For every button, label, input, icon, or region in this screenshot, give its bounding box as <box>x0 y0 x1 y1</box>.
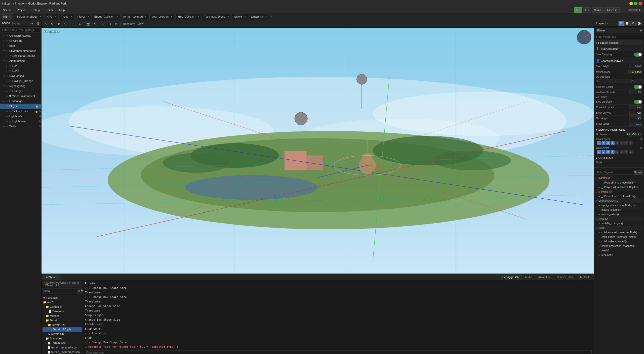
inspector-tab-node[interactable]: 📋 <box>624 21 630 26</box>
fs-item-terrain-textured2-tscn[interactable]: 📄 terrain_textured_2.tscn <box>43 350 82 354</box>
fs-search-button[interactable]: 🔍 <box>81 289 83 293</box>
more-options-button[interactable]: ⋮ <box>587 21 593 27</box>
close-tab-terrain-textured[interactable]: ✕ <box>145 15 147 18</box>
stair-stepping-toggle[interactable] <box>634 53 642 57</box>
fs-search-clear[interactable]: ✕ <box>78 289 80 293</box>
mode-2d-button[interactable]: 2D <box>583 7 591 13</box>
groups-button[interactable]: Groups <box>634 170 642 175</box>
add-node-button[interactable]: + <box>31 21 33 25</box>
tree-item-lbmanager[interactable]: ▸ ○ LbManager <box>0 99 41 104</box>
floor-layer-7[interactable]: 7 <box>624 141 628 145</box>
character-body3d-header[interactable]: 👤 CharacterBody3D <box>595 58 643 63</box>
up-direction-y[interactable] <box>634 79 644 83</box>
floor-layer-1[interactable]: 1 <box>597 141 601 145</box>
scene-tab-terrain-r3[interactable]: terrain_r3 ✕ <box>249 14 269 20</box>
on-leave-value[interactable]: Add Velocity <box>626 132 642 136</box>
fs-item-terrain-cs[interactable]: 📄 Terrain.cs <box>43 309 82 314</box>
close-tab-player[interactable]: ✕ <box>87 15 89 18</box>
tree-item-dirlight[interactable]: ▸ ☀ DirectionalLight3D <box>0 53 41 58</box>
menu-debug[interactable]: Debug <box>30 8 41 12</box>
add-scene-tab[interactable]: + <box>271 15 272 18</box>
fs-search-input[interactable] <box>44 289 77 293</box>
tree-item-red1[interactable]: ▸ ☀ Red1 <box>0 63 41 68</box>
scene-panel-tab-import[interactable]: Import <box>12 22 20 25</box>
inspector-tab-signals[interactable]: 📡 <box>636 21 642 26</box>
fs-item-favorites[interactable]: ★ Favorites: <box>43 295 82 300</box>
block-on-wall-value[interactable]: On <box>629 111 642 115</box>
mode-script-button[interactable]: Script <box>592 7 603 13</box>
minimize-button[interactable] <box>629 2 633 5</box>
wall-layer-3[interactable]: 3 <box>606 150 610 154</box>
wall-layer-2[interactable]: 2 <box>601 150 606 154</box>
fs-item-scenarios[interactable]: 📁 Scenarios <box>43 336 82 341</box>
close-tab-npc[interactable]: ✕ <box>54 15 56 18</box>
audio-tab[interactable]: Audio <box>522 274 535 280</box>
wall-layer-6[interactable]: 6 <box>620 150 624 154</box>
floor-layer-5[interactable]: 5 <box>615 141 619 145</box>
fs-item-terrain-folder[interactable]: 📁 Terrain <box>43 318 82 323</box>
tool-rotate[interactable]: ↻ <box>56 21 62 27</box>
tree-item-daylighting[interactable]: ▾ ○ DayLighting <box>0 73 41 78</box>
close-button[interactable] <box>638 2 642 5</box>
animation-tab[interactable]: Animation <box>535 274 554 280</box>
tool-use-local[interactable]: L <box>70 21 76 27</box>
filter-signals-input[interactable] <box>596 170 633 175</box>
mode-3d-button[interactable]: 3D <box>574 7 582 13</box>
fs-item-terrain-textured-tscn[interactable]: 📄 terrain_textured.tscn <box>43 345 82 350</box>
fs-item-res[interactable]: 📁 res:// <box>43 300 82 304</box>
instance-scene-button[interactable]: ⛓ <box>36 22 39 25</box>
inspector-tab-properties[interactable]: 🔍 <box>618 21 624 26</box>
stair-character-header[interactable]: 🚶 StairCharacter <box>595 46 643 51</box>
floor-layers-reset-icon[interactable]: ↺ <box>640 138 642 141</box>
close-tab-tree-collision[interactable]: ✕ <box>197 15 199 18</box>
snap-length-value[interactable]: 0.01 <box>629 122 642 126</box>
close-tab-init[interactable]: ✕ <box>9 15 11 18</box>
wall-layer-1[interactable]: 1 <box>597 150 601 154</box>
scene-tab-trees[interactable]: Trees ✕ <box>59 14 75 20</box>
3d-viewport[interactable]: X Y Z Perspective <box>42 28 594 274</box>
tree-item-collisionshape3d[interactable]: ▸ ○ CollisionShape3D <box>0 33 41 38</box>
scene-tab-boat[interactable]: boat_collision ✕ <box>149 14 175 20</box>
motion-mode-value[interactable]: Grounded <box>628 70 642 74</box>
floor-layer-4[interactable]: 4 <box>611 141 615 145</box>
tree-item-lighthouse-parent[interactable]: ▾ ○ Lighthouse 👁 <box>0 114 41 119</box>
scene-tab-terrain-textured[interactable]: terrain_textured ✕ <box>121 14 149 20</box>
up-direction-x[interactable] <box>599 79 632 83</box>
tree-item-envmanager[interactable]: ▾ ○ EnvironmentManager <box>0 48 41 53</box>
fs-item-terrain-tscn[interactable]: 📄 Terrain.tscn <box>43 341 82 345</box>
close-tab-terrain-r3[interactable]: ✕ <box>265 15 267 18</box>
tree-item-lighthouse-child[interactable]: ▸ ○ Lighthouse 👁 <box>0 119 41 124</box>
tree-item-walls[interactable]: ▸ ○ Walls 👁 <box>0 124 41 129</box>
close-tab-boat[interactable]: ✕ <box>171 15 173 18</box>
wall-min-slide-value[interactable]: 15 <box>629 91 642 94</box>
tool-snap[interactable]: ⊕ <box>77 21 83 27</box>
filter-messages-input[interactable] <box>85 350 592 354</box>
filesystem-tab[interactable]: FileSystem <box>42 274 61 280</box>
floor-layer-3[interactable]: 3 <box>606 141 610 145</box>
tool-grid[interactable]: ⊞ <box>100 21 106 27</box>
wall-layer-4[interactable]: 4 <box>611 150 615 154</box>
scene-panel-tab-scene[interactable]: Scene <box>2 21 10 25</box>
inspector-node-selector[interactable]: Player <box>595 28 643 33</box>
window-controls[interactable] <box>629 2 642 5</box>
close-tab-shield[interactable]: ✕ <box>244 15 246 18</box>
tree-item-npcpaths[interactable]: ▸ ○ NPCPaths <box>0 38 41 43</box>
inspector-tab-history[interactable]: ⚙ <box>630 21 636 26</box>
tool-scale[interactable]: ⤡ <box>62 21 68 27</box>
close-tab-bridge[interactable]: ✕ <box>116 15 118 18</box>
fs-item-terrain-r3-folder[interactable]: 📁 Terrain_R3 <box>43 323 82 327</box>
scene-tab-tree-collision[interactable]: Tree_Collision ✕ <box>175 14 202 20</box>
tool-sun[interactable]: ☀ <box>92 21 98 27</box>
msbuild-tab[interactable]: MSBuild <box>577 274 594 280</box>
floor-layer-2[interactable]: 2 <box>601 141 606 145</box>
tree-item-worldenv[interactable]: ▸ 🌍 WorldEnvironment <box>0 94 41 99</box>
stop-on-slope-toggle[interactable] <box>634 100 642 104</box>
step-height-value[interactable]: 0.6/6 <box>629 65 642 68</box>
tool-camera[interactable]: 📷 <box>85 21 91 27</box>
tree-item-player[interactable]: ▾ 👤 Player 🔒 👁 <box>0 104 41 109</box>
fs-item-meshes[interactable]: 📁 Meshes <box>43 314 82 318</box>
wall-layer-5[interactable]: 5 <box>615 150 619 154</box>
close-tab-rigidbody[interactable]: ✕ <box>39 15 42 18</box>
feature-settings-header[interactable]: ▾ Feature Settings <box>595 40 643 45</box>
floor-layer-6[interactable]: 6 <box>620 141 624 145</box>
